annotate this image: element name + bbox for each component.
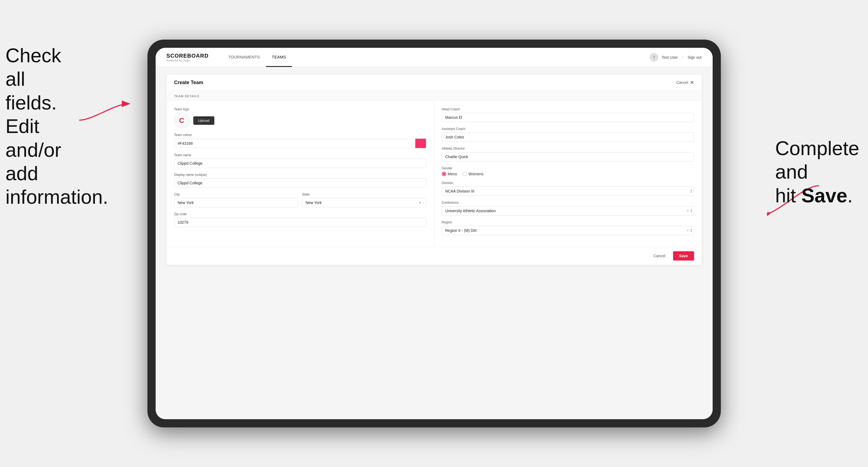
team-colour-input[interactable]: [174, 139, 415, 148]
form-left: Team logo C Upload Team colour: [166, 101, 434, 247]
zip-input[interactable]: [174, 218, 426, 227]
display-name-input[interactable]: [174, 178, 426, 188]
user-avatar: T: [650, 53, 658, 62]
tablet-screen: SCOREBOARD Powered by clippi TOURNAMENTS…: [156, 48, 713, 419]
tablet-frame: SCOREBOARD Powered by clippi TOURNAMENTS…: [148, 40, 721, 427]
conference-select[interactable]: University Athletic Association: [442, 206, 694, 216]
content-area: Create Team Cancel ✕ TEAM DETAILS Team l…: [156, 67, 713, 419]
gender-label: Gender: [442, 166, 694, 170]
zip-label: Zip code: [174, 212, 426, 216]
brand-title: SCOREBOARD: [166, 53, 209, 59]
state-group: State New York ✕ ⌄: [302, 192, 426, 207]
conference-clear-icon[interactable]: ✕: [686, 209, 689, 213]
annotation-right: Complete and hit Save.: [775, 136, 863, 207]
assistant-coach-input[interactable]: [442, 132, 694, 142]
sign-out-link[interactable]: Sign out: [687, 55, 702, 60]
mens-radio-dot: [442, 172, 446, 176]
division-arrows-icon: ▲ ▼: [690, 189, 692, 193]
head-coach-label: Head Coach: [442, 107, 694, 111]
division-select-wrap: NCAA Division III ▲ ▼: [442, 187, 694, 196]
nav-teams[interactable]: TEAMS: [266, 48, 292, 67]
state-clear-icon[interactable]: ✕: [418, 201, 421, 205]
team-name-label: Team name: [174, 153, 426, 157]
form-body: Team logo C Upload Team colour: [166, 101, 702, 247]
assistant-coach-group: Assistant Coach: [442, 127, 694, 142]
state-select-wrap: New York ✕ ⌄: [302, 198, 426, 207]
brand-subtitle: Powered by clippi: [166, 59, 209, 62]
team-name-group: Team name: [174, 153, 426, 168]
team-colour-group: Team colour: [174, 133, 426, 148]
region-label: Region: [442, 220, 694, 224]
athletic-director-group: Athletic Director: [442, 147, 694, 161]
conference-select-wrap: University Athletic Association ✕ ▲ ▼: [442, 206, 694, 216]
form-card: Create Team Cancel ✕ TEAM DETAILS Team l…: [166, 74, 702, 265]
annotation-left: Check all fields. Edit and/or add inform…: [5, 44, 82, 209]
form-header: Create Team Cancel ✕: [166, 74, 702, 91]
region-select[interactable]: Region II - (M) DIII: [442, 226, 694, 235]
display-name-group: Display name (unique): [174, 173, 426, 188]
gender-mens-radio[interactable]: Mens: [442, 172, 457, 176]
head-coach-group: Head Coach: [442, 107, 694, 122]
city-label: City: [174, 192, 299, 196]
team-logo-label: Team logo: [174, 107, 426, 111]
save-button[interactable]: Save: [673, 251, 694, 260]
city-input[interactable]: [174, 198, 299, 207]
state-select[interactable]: New York: [302, 198, 426, 207]
womens-radio-dot: [463, 172, 467, 176]
division-select[interactable]: NCAA Division III: [442, 187, 694, 196]
division-label: Division: [442, 181, 694, 185]
form-title: Create Team: [174, 80, 204, 86]
color-swatch[interactable]: [415, 138, 426, 148]
athletic-director-label: Athletic Director: [442, 147, 694, 151]
cancel-button[interactable]: Cancel: [649, 251, 670, 260]
topnav: SCOREBOARD Powered by clippi TOURNAMENTS…: [156, 48, 713, 67]
logo-circle: C: [174, 113, 189, 128]
annotation-line3: information.: [5, 186, 108, 208]
brand-logo: SCOREBOARD Powered by clippi: [166, 53, 209, 62]
nav-tournaments[interactable]: TOURNAMENTS: [222, 48, 266, 67]
region-arrows-icon: ▲ ▼: [690, 228, 692, 233]
state-label: State: [302, 192, 426, 196]
conference-label: Conference: [442, 201, 694, 205]
display-name-label: Display name (unique): [174, 173, 426, 177]
close-icon[interactable]: ✕: [690, 80, 694, 86]
arrow-left-icon: [76, 98, 131, 123]
city-group: City: [174, 192, 299, 207]
gender-radio-group: Mens Womens: [442, 172, 694, 176]
color-input-row: [174, 138, 426, 148]
user-label: Test User: [661, 55, 678, 60]
nav-right: T Test User | Sign out: [650, 53, 702, 62]
team-logo-group: Team logo C Upload: [174, 107, 426, 128]
nav-items: TOURNAMENTS TEAMS: [222, 48, 650, 67]
region-clear-icon[interactable]: ✕: [686, 229, 689, 232]
zip-group: Zip code: [174, 212, 426, 227]
form-right: Head Coach Assistant Coach Athletic Dire…: [434, 101, 702, 247]
head-coach-input[interactable]: [442, 113, 694, 122]
region-group: Region Region II - (M) DIII ✕ ▲ ▼: [442, 220, 694, 235]
conference-arrows-icon: ▲ ▼: [690, 209, 692, 213]
annotation-right-line1: Complete and: [775, 137, 859, 183]
team-name-input[interactable]: [174, 159, 426, 168]
region-select-wrap: Region II - (M) DIII ✕ ▲ ▼: [442, 226, 694, 235]
gender-womens-radio[interactable]: Womens: [463, 172, 484, 176]
conference-group: Conference University Athletic Associati…: [442, 201, 694, 216]
gender-group: Gender Mens Womens: [442, 166, 694, 176]
division-group: Division NCAA Division III ▲ ▼: [442, 181, 694, 196]
assistant-coach-label: Assistant Coach: [442, 127, 694, 131]
upload-button[interactable]: Upload: [193, 116, 214, 125]
annotation-line2: Edit and/or add: [5, 115, 61, 184]
section-label: TEAM DETAILS: [166, 91, 702, 101]
city-state-row: City State New York ✕: [174, 192, 426, 207]
annotation-right-line2: hit Save.: [775, 185, 853, 207]
annotation-line1: Check all fields.: [5, 44, 61, 114]
cancel-header-button[interactable]: Cancel ✕: [676, 80, 694, 86]
team-colour-label: Team colour: [174, 133, 426, 137]
form-footer: Cancel Save: [166, 247, 702, 265]
athletic-director-input[interactable]: [442, 152, 694, 161]
logo-section: C Upload: [174, 113, 426, 128]
